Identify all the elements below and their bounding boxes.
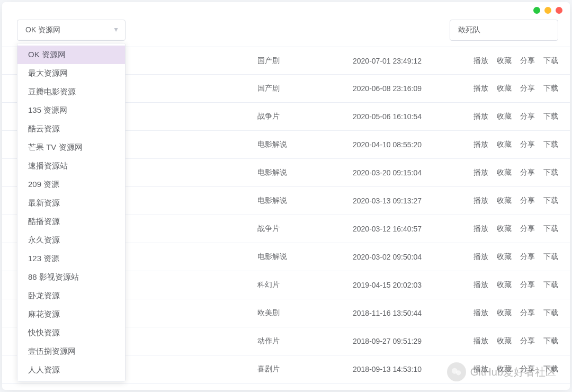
cell-datetime: 2020-06-08 23:16:09 [353,84,450,93]
cell-category: 国产剧 [257,84,353,93]
favorite-link[interactable]: 收藏 [497,308,512,318]
chevron-down-icon: ▲ [113,26,119,34]
cell-category: 科幻片 [257,280,353,290]
source-select-value[interactable]: OK 资源网 [17,20,126,41]
cell-actions: 播放收藏分享下载 [473,364,558,374]
play-link[interactable]: 播放 [473,140,488,149]
share-link[interactable]: 分享 [520,84,535,93]
cell-category: 国产剧 [257,56,353,66]
dropdown-item[interactable]: 魔卡资源网 [17,379,125,382]
share-link[interactable]: 分享 [520,56,535,66]
search-box [450,20,558,41]
favorite-link[interactable]: 收藏 [497,196,512,206]
share-link[interactable]: 分享 [520,140,535,149]
share-link[interactable]: 分享 [520,252,535,262]
play-link[interactable]: 播放 [473,84,488,93]
favorite-link[interactable]: 收藏 [497,140,512,149]
favorite-link[interactable]: 收藏 [497,112,512,121]
favorite-link[interactable]: 收藏 [497,364,512,374]
cell-datetime: 2020-03-12 16:40:57 [353,225,450,233]
download-link[interactable]: 下载 [543,224,558,234]
cell-actions: 播放收藏分享下载 [473,168,558,177]
cell-datetime: 2018-09-13 14:53:10 [353,365,450,373]
dropdown-item[interactable]: 88 影视资源站 [17,268,125,287]
play-link[interactable]: 播放 [473,56,488,66]
dropdown-item[interactable]: 芒果 TV 资源网 [17,138,125,157]
cell-actions: 播放收藏分享下载 [473,224,558,234]
share-link[interactable]: 分享 [520,280,535,290]
play-link[interactable]: 播放 [473,196,488,206]
cell-actions: 播放收藏分享下载 [473,196,558,206]
share-link[interactable]: 分享 [520,308,535,318]
dropdown-item[interactable]: 123 资源 [17,250,125,268]
dropdown-item[interactable]: 最大资源网 [17,64,125,83]
favorite-link[interactable]: 收藏 [497,280,512,290]
dropdown-item[interactable]: 人人资源 [17,361,125,379]
play-link[interactable]: 播放 [473,308,488,318]
favorite-link[interactable]: 收藏 [497,336,512,346]
app-window: OK 资源网 ▲ OK 资源网最大资源网豆瓣电影资源135 资源网酷云资源芒果 … [2,2,570,390]
play-link[interactable]: 播放 [473,364,488,374]
dropdown-item[interactable]: 卧龙资源 [17,287,125,305]
cell-datetime: 2020-03-20 09:15:04 [353,168,450,177]
play-link[interactable]: 播放 [473,280,488,290]
download-link[interactable]: 下载 [543,112,558,121]
dropdown-item[interactable]: 壹伍捌资源网 [17,342,125,361]
cell-datetime: 2019-04-15 20:02:03 [353,281,450,289]
cell-actions: 播放收藏分享下载 [473,112,558,121]
cell-datetime: 2020-04-10 08:55:20 [353,140,450,149]
cell-category: 喜剧片 [257,364,353,374]
source-select[interactable]: OK 资源网 ▲ OK 资源网最大资源网豆瓣电影资源135 资源网酷云资源芒果 … [17,20,126,41]
share-link[interactable]: 分享 [520,224,535,234]
share-link[interactable]: 分享 [520,336,535,346]
download-link[interactable]: 下载 [543,140,558,149]
play-link[interactable]: 播放 [473,112,488,121]
dropdown-item[interactable]: OK 资源网 [17,46,125,64]
favorite-link[interactable]: 收藏 [497,84,512,93]
download-link[interactable]: 下载 [543,336,558,346]
cell-actions: 播放收藏分享下载 [473,140,558,149]
search-input[interactable] [450,20,558,41]
dropdown-item[interactable]: 135 资源网 [17,101,125,120]
cell-datetime: 2020-03-02 09:50:04 [353,253,450,261]
favorite-link[interactable]: 收藏 [497,168,512,177]
share-link[interactable]: 分享 [520,364,535,374]
play-link[interactable]: 播放 [473,252,488,262]
favorite-link[interactable]: 收藏 [497,56,512,66]
titlebar [2,2,570,18]
download-link[interactable]: 下载 [543,56,558,66]
cell-category: 电影解说 [257,196,353,206]
download-link[interactable]: 下载 [543,308,558,318]
favorite-link[interactable]: 收藏 [497,224,512,234]
source-dropdown[interactable]: OK 资源网最大资源网豆瓣电影资源135 资源网酷云资源芒果 TV 资源网速播资… [17,43,126,382]
download-link[interactable]: 下载 [543,364,558,374]
share-link[interactable]: 分享 [520,168,535,177]
play-link[interactable]: 播放 [473,168,488,177]
download-link[interactable]: 下载 [543,196,558,206]
cell-actions: 播放收藏分享下载 [473,308,558,318]
favorite-link[interactable]: 收藏 [497,252,512,262]
share-link[interactable]: 分享 [520,112,535,121]
download-link[interactable]: 下载 [543,280,558,290]
cell-actions: 播放收藏分享下载 [473,280,558,290]
cell-category: 战争片 [257,224,353,234]
cell-category: 电影解说 [257,168,353,177]
dropdown-item[interactable]: 酷播资源 [17,212,125,231]
minimize-button[interactable] [533,7,540,14]
play-link[interactable]: 播放 [473,224,488,234]
dropdown-item[interactable]: 麻花资源 [17,305,125,324]
play-link[interactable]: 播放 [473,336,488,346]
dropdown-item[interactable]: 速播资源站 [17,157,125,175]
download-link[interactable]: 下载 [543,168,558,177]
dropdown-item[interactable]: 永久资源 [17,231,125,250]
dropdown-item[interactable]: 最新资源 [17,194,125,212]
dropdown-item[interactable]: 豆瓣电影资源 [17,83,125,101]
download-link[interactable]: 下载 [543,252,558,262]
download-link[interactable]: 下载 [543,84,558,93]
close-button[interactable] [556,7,562,14]
maximize-button[interactable] [544,7,551,14]
dropdown-item[interactable]: 快快资源 [17,324,125,342]
dropdown-item[interactable]: 酷云资源 [17,120,125,138]
dropdown-item[interactable]: 209 资源 [17,175,125,194]
share-link[interactable]: 分享 [520,196,535,206]
